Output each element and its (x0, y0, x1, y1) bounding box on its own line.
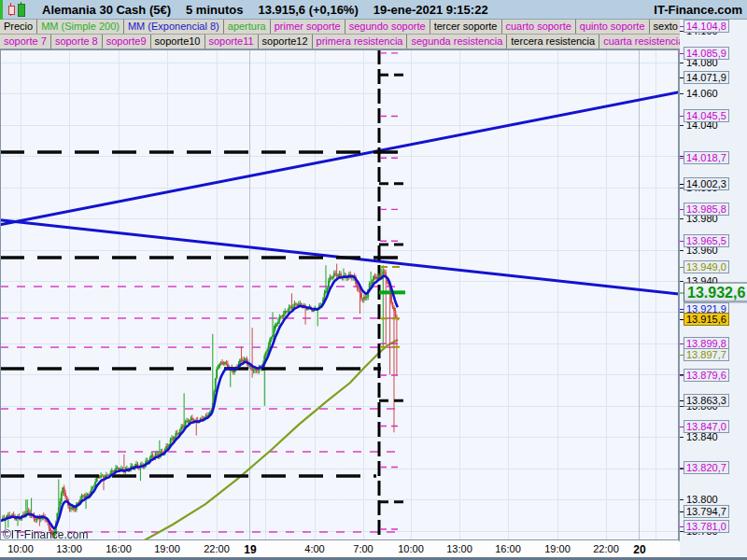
time-tick-label: 22:00 (593, 543, 619, 554)
price-level-label: 13.863,3 (684, 394, 729, 407)
legend-item-mm-simple-200-[interactable]: MM (Simple 200) (37, 20, 124, 34)
legend-item-precio[interactable]: Precio (0, 20, 37, 34)
price-level-label: 14.002,3 (684, 177, 729, 190)
legend-item-soporte-8[interactable]: soporte 8 (51, 35, 103, 49)
time-axis[interactable]: 10:0013:0016:0019:0022:00194:007:0010:00… (0, 541, 680, 557)
time-tick-label: 16:00 (106, 543, 132, 554)
time-tick-label: 13:00 (56, 543, 82, 554)
day-tick-label: 19 (244, 543, 256, 556)
time-tick-label: 7:00 (353, 543, 373, 554)
datetime-label: 19-ene-2021 9:15:22 (374, 3, 488, 17)
legend-item-segundo-soporte[interactable]: segundo soporte (345, 20, 430, 34)
price-level-label: 13.847,0 (684, 420, 729, 433)
trading-chart-window: Alemania 30 Cash (5€) 5 minutos 13.915,6… (0, 0, 747, 560)
watermark: ©IT-Finance.com (3, 528, 89, 541)
legend-row-2: soporte 7soporte 8soporte9soporte10sopor… (0, 35, 680, 49)
legend-item-cuarto-soporte[interactable]: cuarto soporte (502, 20, 576, 34)
time-tick-label: 4:00 (304, 543, 324, 554)
legend-item-tercer-soporte[interactable]: tercer soporte (430, 20, 502, 34)
time-tick-label: 13:00 (446, 543, 472, 554)
legend-item-cuarta-resistencia[interactable]: cuarta resistencia (599, 35, 680, 49)
day-tick-label: 20 (633, 543, 645, 556)
price-axis[interactable]: 14.10014.08014.06014.04014.02014.00013.9… (679, 20, 747, 557)
price-level-label: 13.915,6 (684, 313, 729, 326)
legend-item-quinto-soporte[interactable]: quinto soporte (576, 20, 650, 34)
time-tick-label: 19:00 (154, 543, 180, 554)
time-tick-label: 19:00 (544, 543, 571, 554)
time-tick-label: 10:00 (7, 543, 34, 554)
price-level-label: 14.104,8 (684, 20, 729, 33)
legend-item-mm-exponencial-8-[interactable]: MM (Exponencial 8) (124, 20, 224, 34)
legend-item-apertura[interactable]: apertura (224, 20, 271, 34)
time-tick-label: 22:00 (204, 543, 230, 554)
price-level-label: 13.897,7 (684, 348, 729, 361)
price-chart-canvas[interactable] (0, 0, 747, 560)
instrument-name: Alemania 30 Cash (5€) (42, 3, 171, 17)
candlestick-icon (7, 2, 27, 17)
price-level-label: 13.949,0 (684, 260, 729, 273)
price-level-label: 13.820,7 (684, 461, 729, 474)
legend-item-soporte-7[interactable]: soporte 7 (0, 35, 51, 49)
time-tick-label: 16:00 (495, 543, 521, 554)
legend-item-segunda-resistencia[interactable]: segunda resistencia (407, 35, 507, 49)
last-price-change: 13.915,6 (+0,16%) (258, 3, 358, 17)
legend-item-primer-soporte[interactable]: primer soporte (271, 20, 345, 34)
price-tick: 14.060 (686, 88, 718, 99)
price-tick: 13.840 (686, 431, 718, 442)
price-level-label: 13.794,7 (684, 505, 729, 518)
legend-item-tercera-resistencia[interactable]: tercera resistencia (507, 35, 599, 49)
price-level-label: 14.071,9 (684, 71, 729, 84)
indicator-legend: PrecioMM (Simple 200)MM (Exponencial 8)a… (0, 20, 680, 49)
legend-item-soporte12[interactable]: soporte12 (259, 35, 313, 49)
price-level-label: 13.879,6 (684, 369, 729, 382)
time-tick-label: 10:00 (398, 543, 424, 554)
price-level-label: 13.932,6 (684, 283, 747, 302)
legend-item-primera-resistencia[interactable]: primera resistencia (313, 35, 408, 49)
price-tick: 13.800 (686, 494, 718, 505)
legend-item-soporte9[interactable]: soporte9 (103, 35, 151, 49)
price-level-label: 14.085,9 (684, 47, 729, 60)
window-corner-accent (0, 0, 3, 20)
legend-row-1: PrecioMM (Simple 200)MM (Exponencial 8)a… (0, 20, 680, 35)
price-level-label: 14.045,5 (684, 109, 729, 122)
legend-item-soporte10[interactable]: soporte10 (151, 35, 205, 49)
brand-label: IT-Finance.com (654, 3, 742, 17)
price-level-label: 13.985,8 (684, 203, 729, 216)
price-level-label: 14.018,7 (684, 151, 729, 164)
legend-item-sexto-soporte[interactable]: sexto soporte (650, 20, 680, 34)
timeframe-label: 5 minutos (186, 3, 243, 17)
price-level-label: 13.965,5 (684, 234, 729, 247)
price-level-label: 13.781,0 (684, 520, 729, 533)
legend-item-soporte11[interactable]: soporte11 (205, 35, 259, 49)
title-bar: Alemania 30 Cash (5€) 5 minutos 13.915,6… (0, 0, 747, 20)
